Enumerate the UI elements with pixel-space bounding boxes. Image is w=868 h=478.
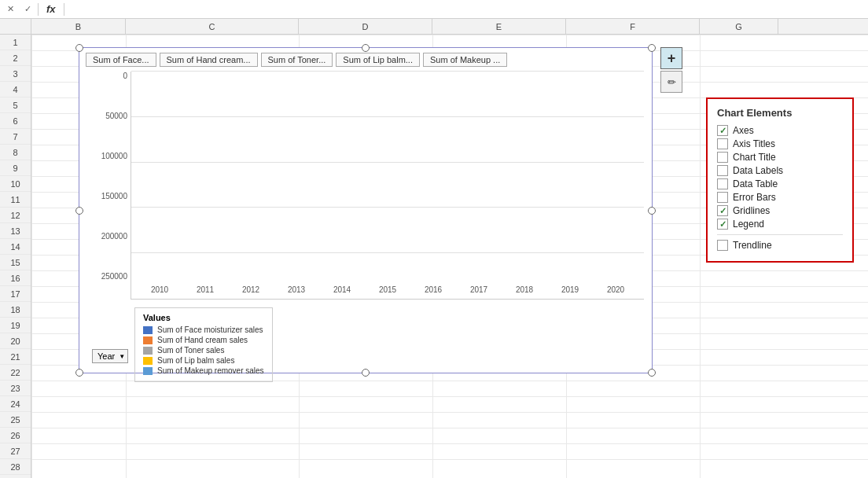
panel-label-gridlines: Gridlines [733,205,770,216]
row-num-8: 8 [0,145,31,160]
checkbox-legend[interactable] [717,219,728,230]
field-btn-makeup[interactable]: Sum of Makeup ... [423,53,507,67]
checkbox-data-table[interactable] [717,178,728,189]
checkbox-data-labels[interactable] [717,165,728,176]
handle-bottom-right[interactable] [648,369,656,377]
checkbox-axis-titles[interactable] [717,138,728,149]
legend-title: Values [143,313,264,322]
x-label-2014: 2014 [320,280,364,299]
spreadsheet: B C D E F G 1234567891011121314151617181… [0,19,868,478]
y-label-200k: 200000 [101,232,127,241]
panel-label-chart-title: Chart Title [733,152,776,163]
legend-label-toner: Sum of Toner sales [157,346,224,355]
panel-item-legend[interactable]: Legend [717,219,843,230]
field-btn-hand[interactable]: Sum of Hand cream... [160,53,258,67]
handle-top-left[interactable] [75,44,83,52]
row-num-26: 26 [0,428,31,443]
panel-item-chart-title[interactable]: Chart Title [717,152,843,163]
handle-bottom-left[interactable] [75,369,83,377]
legend-color-face [143,326,153,334]
hrow-line-26 [31,443,868,444]
panel-divider [717,234,843,235]
panel-label-error-bars: Error Bars [733,192,776,203]
row-num-2: 2 [0,50,31,66]
chart-style-btn[interactable]: ✏ [660,71,682,93]
row-num-22: 22 [0,365,31,381]
formula-divider2 [64,3,64,16]
x-label-2013: 2013 [274,280,318,299]
col-header-f[interactable]: F [566,19,700,34]
field-btn-toner[interactable]: Sum of Toner... [261,53,333,67]
hrow-line-0 [31,35,868,35]
panel-label-data-labels: Data Labels [733,165,783,176]
formula-close-btn[interactable]: ✕ [3,2,17,17]
checkbox-chart-title[interactable] [717,152,728,163]
row-num-15: 15 [0,255,31,270]
row-num-16: 16 [0,270,31,286]
handle-middle-left[interactable] [75,207,83,215]
x-label-2015: 2015 [366,280,410,299]
checkbox-error-bars[interactable] [717,192,728,203]
handle-top-right[interactable] [648,44,656,52]
row-num-20: 20 [0,333,31,349]
col-header-b[interactable]: B [31,19,126,34]
row-num-7: 7 [0,129,31,145]
handle-bottom-middle[interactable] [362,369,370,377]
legend-label-face: Sum of Face moisturizer sales [157,325,263,334]
row-num-25: 25 [0,412,31,428]
x-label-2017: 2017 [457,280,501,299]
row-num-14: 14 [0,239,31,255]
y-axis: 250000 200000 150000 100000 50000 0 [87,72,131,300]
row-num-24: 24 [0,396,31,412]
row-num-18: 18 [0,302,31,318]
x-label-2020: 2020 [594,280,638,299]
formula-fx-label: fx [42,3,61,15]
panel-label-data-table: Data Table [733,178,778,189]
legend-color-lip [143,357,153,365]
formula-check-btn[interactable]: ✓ [20,2,35,17]
row-num-13: 13 [0,223,31,239]
legend-color-hand [143,336,153,344]
panel-title: Chart Elements [717,107,843,119]
col-header-e[interactable]: E [432,19,566,34]
row-num-12: 12 [0,208,31,223]
year-filter-btn[interactable]: Year [92,349,128,363]
col-header-g[interactable]: G [700,19,778,34]
row-numbers: 1234567891011121314151617181920212223242… [0,35,31,478]
rows-area: 1234567891011121314151617181920212223242… [0,35,868,478]
y-label-250k: 250000 [101,272,127,281]
add-chart-element-btn[interactable]: + [660,47,682,69]
chart-area[interactable]: Sum of Face... Sum of Hand cream... Sum … [79,47,653,373]
panel-item-data-labels[interactable]: Data Labels [717,165,843,176]
grid-cells[interactable]: Sum of Face... Sum of Hand cream... Sum … [31,35,868,478]
panel-item-data-table[interactable]: Data Table [717,178,843,189]
vcol-line-5 [700,35,701,478]
field-btn-lip[interactable]: Sum of Lip balm... [336,53,420,67]
checkbox-axes[interactable] [717,125,728,136]
col-header-d[interactable]: D [299,19,432,34]
hrow-line-25 [31,428,868,428]
panel-item-axis-titles[interactable]: Axis Titles [717,138,843,149]
y-label-50k: 50000 [105,112,127,120]
panel-item-trendline[interactable]: Trendline [717,240,843,251]
year-dropdown[interactable]: Year [92,349,128,363]
row-num-11: 11 [0,192,31,208]
panel-item-error-bars[interactable]: Error Bars [717,192,843,203]
row-num-19: 19 [0,318,31,333]
column-headers: B C D E F G [0,19,868,35]
panel-item-axes[interactable]: Axes [717,125,843,136]
formula-bar: ✕ ✓ fx [0,0,868,19]
panel-item-gridlines[interactable]: Gridlines [717,205,843,216]
y-label-0: 0 [123,72,127,80]
checkbox-trendline[interactable] [717,240,728,251]
legend-color-makeup [143,367,153,375]
col-header-c[interactable]: C [126,19,299,34]
legend-item-makeup: Sum of Makeup remover sales [143,366,264,375]
handle-middle-right[interactable] [648,207,656,215]
legend-label-hand: Sum of Hand cream sales [157,336,248,344]
handle-top-middle[interactable] [362,44,370,52]
field-btn-face[interactable]: Sum of Face... [86,53,156,67]
y-label-100k: 100000 [101,152,127,160]
row-num-5: 5 [0,97,31,113]
checkbox-gridlines[interactable] [717,205,728,216]
